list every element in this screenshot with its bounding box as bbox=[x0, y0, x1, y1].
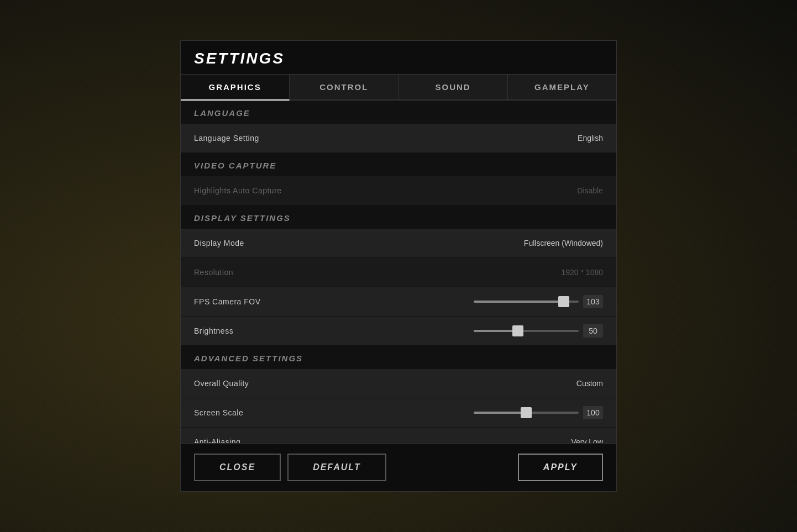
anti-aliasing-row: Anti-Aliasing Very Low bbox=[181, 428, 616, 443]
screen-scale-track[interactable] bbox=[474, 412, 579, 414]
resolution-row: Resolution 1920 * 1080 bbox=[181, 258, 616, 287]
brightness-label: Brightness bbox=[194, 326, 474, 335]
fps-camera-fov-track[interactable] bbox=[474, 301, 579, 303]
screen-scale-thumb[interactable] bbox=[521, 407, 532, 418]
video-capture-section-title: VIDEO CAPTURE bbox=[194, 161, 276, 170]
overall-quality-row: Overall Quality Custom bbox=[181, 369, 616, 398]
advanced-settings-section-header: ADVANCED SETTINGS bbox=[181, 346, 616, 369]
language-setting-value[interactable]: English bbox=[578, 134, 603, 143]
brightness-value: 50 bbox=[583, 324, 603, 338]
tab-gameplay[interactable]: GAMEPLAY bbox=[508, 75, 616, 99]
anti-aliasing-label: Anti-Aliasing bbox=[194, 438, 571, 443]
screen-scale-row: Screen Scale 100 bbox=[181, 398, 616, 427]
brightness-slider-container: 50 bbox=[474, 324, 603, 338]
fps-camera-fov-value: 103 bbox=[583, 295, 603, 308]
screen-scale-value: 100 bbox=[583, 406, 603, 419]
overall-quality-value[interactable]: Custom bbox=[576, 379, 603, 388]
display-mode-value[interactable]: Fullscreen (Windowed) bbox=[524, 239, 603, 247]
tab-graphics[interactable]: GRAPHICS bbox=[181, 75, 290, 101]
overall-quality-label: Overall Quality bbox=[194, 379, 576, 388]
fps-camera-fov-row: FPS Camera FOV 103 bbox=[181, 287, 616, 316]
highlights-auto-capture-row: Highlights Auto Capture Disable bbox=[181, 176, 616, 205]
highlights-auto-capture-value[interactable]: Disable bbox=[577, 186, 603, 195]
screen-scale-slider-container: 100 bbox=[474, 406, 603, 419]
screen-scale-label: Screen Scale bbox=[194, 408, 474, 417]
title-bar: SETTINGS bbox=[181, 41, 616, 75]
advanced-settings-section-title: ADVANCED SETTINGS bbox=[194, 354, 303, 363]
language-setting-row: Language Setting English bbox=[181, 124, 616, 152]
screen-scale-fill bbox=[474, 412, 526, 414]
anti-aliasing-value[interactable]: Very Low bbox=[571, 438, 603, 443]
resolution-label: Resolution bbox=[194, 268, 561, 277]
settings-modal: SETTINGS GRAPHICS CONTROL SOUND GAMEPLAY… bbox=[180, 40, 617, 492]
fps-camera-fov-thumb[interactable] bbox=[558, 296, 569, 307]
display-mode-row: Display Mode Fullscreen (Windowed) bbox=[181, 229, 616, 257]
close-button[interactable]: CLOSE bbox=[194, 454, 281, 481]
settings-title: SETTINGS bbox=[194, 50, 285, 67]
language-section-header: LANGUAGE bbox=[181, 101, 616, 124]
brightness-track[interactable] bbox=[474, 330, 579, 332]
video-capture-section-header: VIDEO CAPTURE bbox=[181, 153, 616, 176]
footer-bar: CLOSE DEFAULT APPLY bbox=[181, 443, 616, 491]
display-settings-section-header: DISPLAY SETTINGS bbox=[181, 206, 616, 229]
resolution-value: 1920 * 1080 bbox=[561, 268, 603, 277]
fps-camera-fov-slider-container: 103 bbox=[474, 295, 603, 308]
default-button[interactable]: DEFAULT bbox=[287, 454, 386, 481]
display-settings-section-title: DISPLAY SETTINGS bbox=[194, 213, 291, 223]
settings-content: LANGUAGE Language Setting English VIDEO … bbox=[181, 101, 616, 443]
tabs-bar: GRAPHICS CONTROL SOUND GAMEPLAY bbox=[181, 75, 616, 101]
apply-button[interactable]: APPLY bbox=[518, 454, 603, 481]
highlights-auto-capture-label: Highlights Auto Capture bbox=[194, 186, 577, 195]
brightness-row: Brightness 50 bbox=[181, 317, 616, 345]
display-mode-label: Display Mode bbox=[194, 239, 524, 247]
language-setting-label: Language Setting bbox=[194, 134, 578, 143]
tab-control[interactable]: CONTROL bbox=[290, 75, 398, 99]
language-section-title: LANGUAGE bbox=[194, 108, 250, 118]
brightness-fill bbox=[474, 330, 518, 332]
brightness-thumb[interactable] bbox=[512, 325, 523, 336]
footer-left-buttons: CLOSE DEFAULT bbox=[194, 454, 386, 481]
fps-camera-fov-fill bbox=[474, 301, 564, 303]
tab-sound[interactable]: SOUND bbox=[399, 75, 508, 99]
fps-camera-fov-label: FPS Camera FOV bbox=[194, 297, 474, 306]
